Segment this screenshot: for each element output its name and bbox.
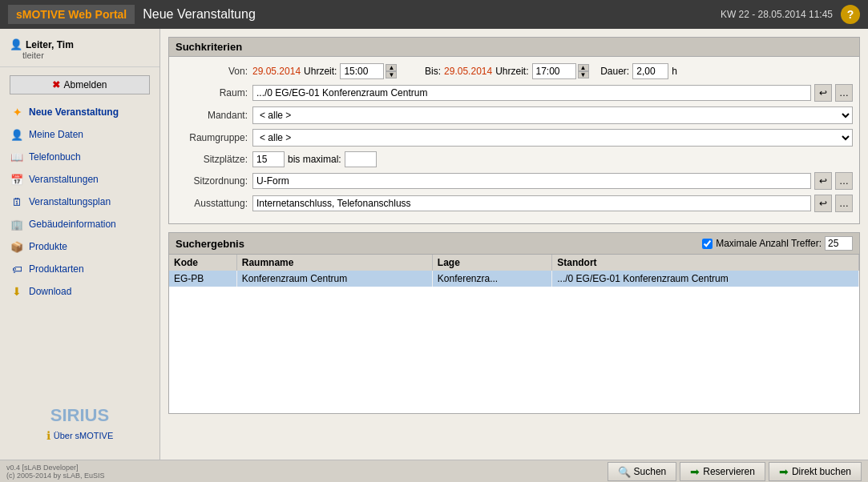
raumgruppe-label: Raumgruppe: <box>176 132 248 143</box>
main-content: Suchkriterien Von: 29.05.2014 Uhrzeit: ▲… <box>160 29 868 460</box>
footer-buttons: Suchen Reservieren Direkt buchen <box>608 462 862 481</box>
mandant-field: < alle > <box>252 106 853 124</box>
max-hits-container: Maximale Anzahl Treffer: <box>702 236 853 251</box>
info-icon <box>46 429 50 442</box>
ausstattung-select-button[interactable]: … <box>835 195 853 212</box>
building-icon <box>10 217 24 231</box>
ausstattung-input[interactable] <box>252 195 811 211</box>
result-table-wrapper: Kode Raumname Lage Standort EG-PB Konfer… <box>168 254 860 414</box>
sidebar-item-telefonbuch[interactable]: Telefonbuch <box>0 146 159 168</box>
suchen-button[interactable]: Suchen <box>608 462 677 481</box>
calplan-icon <box>10 195 24 209</box>
von-time-spinner[interactable]: ▲ ▼ <box>386 64 397 78</box>
sitzplaetze-label: Sitzplätze: <box>176 154 248 165</box>
x-icon: ✖ <box>52 79 60 90</box>
von-row: Von: 29.05.2014 Uhrzeit: ▲ ▼ Bis: 29.05.… <box>176 63 853 79</box>
mandant-select[interactable]: < alle > <box>252 106 853 124</box>
bis-maximal-input[interactable] <box>345 151 377 167</box>
sitzplaetze-field: bis maximal: <box>252 151 853 167</box>
sitzordnung-field: ↩ … <box>252 172 853 190</box>
sidebar-item-produkte[interactable]: Produkte <box>0 235 159 258</box>
uhrzeit-label1: Uhrzeit: <box>304 66 337 77</box>
raum-reset-button[interactable]: ↩ <box>814 84 832 102</box>
raum-select-button[interactable]: … <box>835 84 853 102</box>
col-kode: Kode <box>169 255 236 271</box>
footer-version: v0.4 [sLAB Developer] (c) 2005-2014 by s… <box>6 464 608 480</box>
von-label: Von: <box>176 66 248 77</box>
uhrzeit-label2: Uhrzeit: <box>495 66 528 77</box>
von-time-input[interactable] <box>340 63 384 79</box>
user-name: Leiter, Tim <box>10 38 150 50</box>
ausstattung-field: ↩ … <box>252 195 853 212</box>
table-row[interactable]: EG-PB Konferenzraum Centrum Konferenzra.… <box>169 271 859 287</box>
result-table: Kode Raumname Lage Standort EG-PB Konfer… <box>169 255 859 287</box>
cell-standort: .../0 EG/EG-01 Konferenzraum Centrum <box>552 271 859 287</box>
product-icon <box>10 239 24 254</box>
bis-time-input[interactable] <box>532 63 576 79</box>
dauer-input[interactable] <box>632 63 668 79</box>
cell-raumname: Konferenzraum Centrum <box>236 271 432 287</box>
sidebar-item-neue-veranstaltung[interactable]: Neue Veranstaltung <box>0 101 159 123</box>
sidebar: Leiter, Tim tleiter ✖ Abmelden Neue Vera… <box>0 29 160 460</box>
sitzplaetze-input[interactable] <box>252 151 285 167</box>
sidebar-item-meine-daten[interactable]: Meine Daten <box>0 123 159 146</box>
sidebar-item-veranstaltungen[interactable]: Veranstaltungen <box>0 168 159 191</box>
max-hits-checkbox[interactable] <box>702 239 713 249</box>
result-table-header-row: Kode Raumname Lage Standort <box>169 255 859 271</box>
person-icon <box>10 127 24 142</box>
raumgruppe-select[interactable]: < alle > <box>252 129 853 147</box>
von-date[interactable]: 29.05.2014 <box>252 66 301 77</box>
raum-label: Raum: <box>176 87 248 98</box>
bis-time-up[interactable]: ▲ <box>578 64 589 71</box>
col-lage: Lage <box>432 255 551 271</box>
bis-date[interactable]: 29.05.2014 <box>444 66 492 77</box>
sitzordnung-reset-button[interactable]: ↩ <box>814 172 832 190</box>
sidebar-item-veranstaltungsplan[interactable]: Veranstaltungsplan <box>0 191 159 213</box>
suchkriterien-header: Suchkriterien <box>168 37 860 56</box>
search-icon <box>618 465 631 478</box>
col-raumname: Raumname <box>236 255 432 271</box>
col-standort: Standort <box>552 255 859 271</box>
ausstattung-row: Ausstattung: ↩ … <box>176 195 853 212</box>
sidebar-item-gebaeudeinformation[interactable]: Gebäudeinformation <box>0 213 159 235</box>
calendar-icon <box>10 172 24 187</box>
sidebar-item-produktarten[interactable]: Produktarten <box>0 258 159 280</box>
max-hits-input[interactable] <box>825 236 853 251</box>
sidebar-logo: SIRIUS Über sMOTIVE <box>0 303 159 453</box>
raumgruppe-row: Raumgruppe: < alle > <box>176 129 853 147</box>
sitzordnung-row: Sitzordnung: ↩ … <box>176 172 853 190</box>
reservieren-button[interactable]: Reservieren <box>680 462 765 481</box>
suchergebnis-header: Suchergebnis Maximale Anzahl Treffer: <box>168 232 860 254</box>
raum-field: ↩ … <box>252 84 853 102</box>
direkt-buchen-button[interactable]: Direkt buchen <box>769 462 862 481</box>
bis-time-down[interactable]: ▼ <box>578 71 589 78</box>
help-button[interactable]: ? <box>841 5 860 24</box>
about-link[interactable]: Über sMOTIVE <box>37 426 123 445</box>
user-icon <box>10 38 22 50</box>
page-title: Neue Veranstaltung <box>143 7 721 22</box>
dauer-unit: h <box>672 66 677 77</box>
max-hits-label: Maximale Anzahl Treffer: <box>716 238 822 249</box>
productcard-icon <box>10 262 24 276</box>
cell-kode: EG-PB <box>169 271 236 287</box>
abmelden-button[interactable]: ✖ Abmelden <box>10 75 150 94</box>
von-time-up[interactable]: ▲ <box>386 64 397 71</box>
bis-maximal-label: bis maximal: <box>288 154 341 165</box>
von-time-down[interactable]: ▼ <box>386 71 397 78</box>
sidebar-item-download[interactable]: Download <box>0 280 159 303</box>
ausstattung-reset-button[interactable]: ↩ <box>814 195 832 212</box>
sitzordnung-select-button[interactable]: … <box>835 172 853 190</box>
reservieren-icon <box>690 465 700 478</box>
von-field: 29.05.2014 Uhrzeit: ▲ ▼ Bis: 29.05.2014 … <box>252 63 853 79</box>
sitzordnung-input[interactable] <box>252 173 811 189</box>
ausstattung-label: Ausstattung: <box>176 198 248 209</box>
footer: v0.4 [sLAB Developer] (c) 2005-2014 by s… <box>0 460 868 482</box>
cell-lage: Konferenzra... <box>432 271 551 287</box>
bis-label: Bis: <box>425 66 441 77</box>
brand-highlight: sMOTIVE <box>16 8 65 21</box>
mandant-row: Mandant: < alle > <box>176 106 853 124</box>
app-brand: sMOTIVE Web Portal <box>8 5 135 24</box>
raum-input[interactable] <box>252 85 811 101</box>
bis-time-spinner[interactable]: ▲ ▼ <box>578 64 589 78</box>
mandant-label: Mandant: <box>176 110 248 121</box>
